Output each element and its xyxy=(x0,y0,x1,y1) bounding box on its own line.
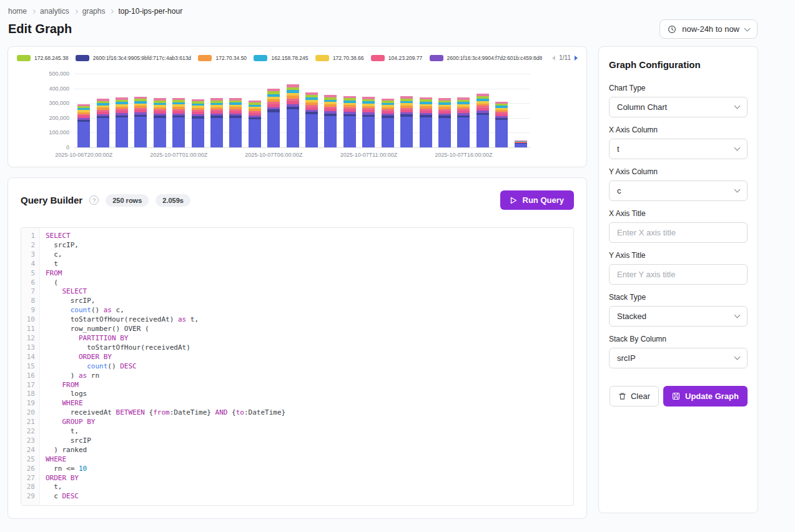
line-number: 18 xyxy=(21,390,35,399)
bar-segment xyxy=(362,117,375,147)
bar-segment xyxy=(343,116,356,147)
stacked-bar[interactable] xyxy=(477,94,489,147)
legend-item[interactable]: 172.70.38.66 xyxy=(315,55,364,61)
code-line: FROM xyxy=(46,381,573,390)
stacked-bar[interactable] xyxy=(116,97,128,147)
bar-segment xyxy=(210,118,223,147)
update-graph-button[interactable]: Update Graph xyxy=(663,386,748,406)
code-line: SELECT xyxy=(46,232,573,241)
clear-button[interactable]: Clear xyxy=(610,386,659,406)
stacked-bar[interactable] xyxy=(438,98,451,147)
x-axis-column-select[interactable]: t xyxy=(609,139,748,159)
code-line: WHERE xyxy=(46,455,573,465)
sql-editor[interactable]: 1234567891011121314151617181920212223242… xyxy=(21,227,574,506)
line-number: 26 xyxy=(21,465,35,474)
x-axis-tick-label: 2025-10-07T01:00:00Z xyxy=(150,152,207,158)
line-number: 28 xyxy=(21,483,35,492)
breadcrumb-analytics[interactable]: analytics xyxy=(40,7,69,16)
line-number: 11 xyxy=(21,325,35,334)
stacked-bar[interactable] xyxy=(229,98,242,147)
stacked-bar[interactable] xyxy=(267,89,280,147)
stacked-bar[interactable] xyxy=(324,95,337,147)
run-query-button[interactable]: Run Query xyxy=(500,190,574,210)
chart-type-value: Column Chart xyxy=(617,102,667,112)
code-line: t, xyxy=(46,483,573,492)
stacked-bar[interactable] xyxy=(287,84,299,147)
chart-type-field: Chart Type Column Chart xyxy=(609,84,748,117)
graph-configuration-panel: Graph Configuration Chart Type Column Ch… xyxy=(598,46,758,513)
line-number: 20 xyxy=(21,408,35,418)
stacked-bar[interactable] xyxy=(420,97,432,147)
legend-item[interactable]: 2600:1f16:3c4:9905:9bfd:717c:4ab3:613d xyxy=(76,55,191,61)
stacked-bar[interactable] xyxy=(192,99,204,147)
stacked-bar[interactable] xyxy=(97,99,109,147)
breadcrumb-current: top-10-ips-per-hour xyxy=(118,7,182,16)
stacked-bar[interactable] xyxy=(305,92,318,147)
stacked-bar-chart: 0100,000200,000300,000400,000500,000 202… xyxy=(74,74,530,160)
y-axis-column-select[interactable]: c xyxy=(609,180,748,201)
legend-swatch xyxy=(76,55,89,61)
help-icon[interactable]: ? xyxy=(89,195,99,205)
stacked-bar[interactable] xyxy=(210,98,223,147)
stacked-bar[interactable] xyxy=(495,102,508,147)
stacked-bar[interactable] xyxy=(362,97,375,147)
stack-type-select[interactable]: Stacked xyxy=(609,306,748,327)
chevron-down-icon xyxy=(734,187,741,193)
line-number: 21 xyxy=(21,418,35,427)
x-axis-column-label: X Axis Column xyxy=(609,126,748,134)
time-range-selector[interactable]: now-24h to now xyxy=(659,19,758,39)
stacked-bar[interactable] xyxy=(343,96,356,147)
code-line: t, xyxy=(46,427,573,436)
line-number: 6 xyxy=(21,278,35,288)
stacked-bar[interactable] xyxy=(172,98,185,147)
code-line: toStartOfHour(receivedAt) as t, xyxy=(46,315,573,325)
y-axis-tick-label: 500,000 xyxy=(49,71,69,77)
stacked-bar[interactable] xyxy=(249,101,261,147)
legend-swatch xyxy=(254,55,267,61)
stacked-bar[interactable] xyxy=(77,104,90,147)
breadcrumb-graphs[interactable]: graphs xyxy=(82,7,106,16)
y-axis-title-input[interactable] xyxy=(609,264,748,285)
bar-segment xyxy=(116,117,128,147)
stack-type-label: Stack Type xyxy=(609,293,748,302)
legend-item[interactable]: 172.70.34.50 xyxy=(198,55,247,61)
legend-page-indicator: 1/11 xyxy=(559,54,571,61)
stack-by-column-select[interactable]: srcIP xyxy=(609,348,748,368)
x-axis-tick-label: 2025-10-07T11:00:00Z xyxy=(340,152,397,158)
page-title: Edit Graph xyxy=(8,22,72,36)
rows-count-badge: 250 rows xyxy=(106,194,149,207)
code-line: ( xyxy=(46,278,573,288)
line-number: 12 xyxy=(21,334,35,343)
code-line: srcIP, xyxy=(46,241,573,250)
stacked-bar[interactable] xyxy=(400,96,413,147)
legend-item[interactable]: 162.158.78.245 xyxy=(254,55,308,61)
stack-by-column-label: Stack By Column xyxy=(609,335,748,343)
stack-by-column-value: srcIP xyxy=(617,353,636,363)
legend-pagination: 1/11 xyxy=(552,54,578,61)
bar-segment xyxy=(154,118,166,147)
stacked-bar[interactable] xyxy=(457,97,470,147)
line-number: 19 xyxy=(21,399,35,408)
stacked-bar[interactable] xyxy=(134,97,147,147)
stacked-bar[interactable] xyxy=(515,140,527,147)
query-builder-header: Query Builder ? 250 rows 2.059s Run Quer… xyxy=(21,190,574,210)
legend-label: 2600:1f16:3c4:9904:f7d2:601b:c459:8d8 xyxy=(447,55,543,61)
stacked-bar[interactable] xyxy=(154,98,166,147)
x-axis-title-input[interactable] xyxy=(609,222,748,243)
legend-next-icon[interactable] xyxy=(575,56,578,61)
bar-segment xyxy=(287,109,299,147)
legend-item[interactable]: 172.68.245.38 xyxy=(17,55,68,61)
stacked-bar[interactable] xyxy=(382,99,394,147)
breadcrumb-home[interactable]: home xyxy=(8,7,27,16)
bar-segment xyxy=(438,118,451,147)
chevron-down-icon xyxy=(744,25,751,31)
edit-graph-page: home analytics graphs top-10-ips-per-hou… xyxy=(0,0,795,519)
code-line: ORDER BY xyxy=(46,474,573,483)
legend-item[interactable]: 2600:1f16:3c4:9904:f7d2:601b:c459:8d8 xyxy=(430,55,543,61)
line-number: 14 xyxy=(21,353,35,362)
legend-prev-icon[interactable] xyxy=(552,56,555,61)
legend-label: 2600:1f16:3c4:9905:9bfd:717c:4ab3:613d xyxy=(93,55,191,61)
legend-item[interactable]: 104.23.209.77 xyxy=(371,55,422,61)
legend-swatch xyxy=(430,55,443,61)
chart-type-select[interactable]: Column Chart xyxy=(609,97,748,117)
